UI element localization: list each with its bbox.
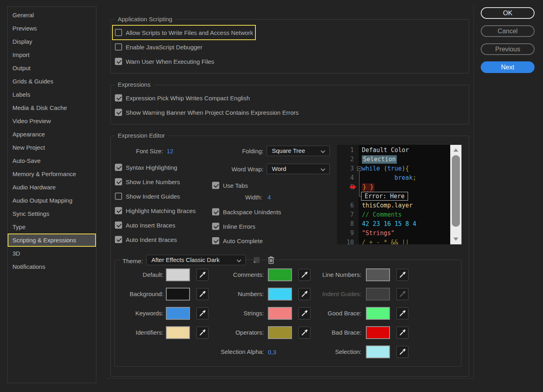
sidebar-item-general[interactable]: General xyxy=(8,8,96,22)
sidebar-item-audio-hardware[interactable]: Audio Hardware xyxy=(8,181,96,194)
show-warning-banner-when-project-contains-expression-errors-checkbox[interactable] xyxy=(115,109,122,116)
code-line: 6thisComp.layer xyxy=(337,201,461,210)
sidebar-item-appearance[interactable]: Appearance xyxy=(8,128,96,141)
code-token: Selection xyxy=(362,155,397,164)
sidebar-item-audio-output-mapping[interactable]: Audio Output Mapping xyxy=(8,194,96,207)
next-button[interactable]: Next xyxy=(481,61,535,73)
code-line: 2Selection xyxy=(337,155,461,164)
sidebar-item-notifications[interactable]: Notifications xyxy=(8,260,96,273)
cancel-button[interactable]: Cancel xyxy=(481,25,535,37)
word-wrap-dropdown[interactable]: Word xyxy=(267,164,330,174)
previous-button[interactable]: Previous xyxy=(481,43,535,55)
highlight-matching-braces-row: Highlight Matching Braces xyxy=(115,206,196,215)
sidebar-item-type[interactable]: Type xyxy=(8,220,96,234)
sidebar-item-labels[interactable]: Labels xyxy=(8,88,96,101)
selection-swatch[interactable] xyxy=(366,345,390,358)
use-tabs-label: Use Tabs xyxy=(223,182,248,189)
code-line: 9"Strings" xyxy=(337,229,461,238)
scroll-down-icon[interactable] xyxy=(453,238,458,241)
sidebar-item-import[interactable]: Import xyxy=(8,48,96,61)
line-number: 10 xyxy=(337,238,354,244)
sidebar-item-scripting-expressions[interactable]: Scripting & Expressions xyxy=(8,234,96,247)
enable-javascript-debugger-label: Enable JavaScript Debugger xyxy=(126,44,202,51)
sidebar-item-grids-guides[interactable]: Grids & Guides xyxy=(8,75,96,88)
show-line-numbers-checkbox[interactable] xyxy=(115,178,122,185)
code-token: 42 23 16 15 8 4 xyxy=(362,220,416,227)
backspace-unindents-checkbox[interactable] xyxy=(212,208,219,215)
expression-pick-whip-writes-compact-english-checkbox[interactable] xyxy=(115,94,122,102)
line-number: 1 xyxy=(337,146,354,155)
fold-marker-icon[interactable] xyxy=(357,167,361,171)
code-scrollbar[interactable] xyxy=(450,145,461,244)
sidebar-item-media-disk-cache[interactable]: Media & Disk Cache xyxy=(8,101,96,114)
good-brace-eyedropper-icon[interactable] xyxy=(396,307,408,319)
code-line: 4 break; xyxy=(337,173,461,183)
sidebar-item-3d[interactable]: 3D xyxy=(8,247,96,260)
line-numbers-swatch[interactable] xyxy=(366,268,390,281)
auto-complete-checkbox[interactable] xyxy=(212,237,219,244)
code-line: 7// Comments xyxy=(337,210,461,219)
syntax-highlighting-checkbox[interactable] xyxy=(115,164,122,171)
code-text: thisComp.layer xyxy=(362,201,412,210)
default-swatch[interactable] xyxy=(166,268,190,281)
line-number: 3 xyxy=(337,164,354,173)
keywords-swatch[interactable] xyxy=(166,307,190,320)
enable-javascript-debugger-checkbox[interactable] xyxy=(115,43,122,51)
sidebar-item-sync-settings[interactable]: Sync Settings xyxy=(8,207,96,220)
sidebar-item-new-project[interactable]: New Project xyxy=(8,141,96,154)
good-brace-swatch[interactable] xyxy=(366,307,390,320)
bad-brace-swatch[interactable] xyxy=(366,326,390,339)
use-tabs-checkbox[interactable] xyxy=(212,182,219,189)
show-indent-guides-label: Show Indent Guides xyxy=(126,193,180,200)
bad-brace-eyedropper-icon[interactable] xyxy=(396,327,408,339)
sidebar-item-display[interactable]: Display xyxy=(8,35,96,48)
ok-button[interactable]: OK xyxy=(481,7,535,19)
auto-insert-braces-label: Auto Insert Braces xyxy=(126,222,175,229)
comments-label: Comments: xyxy=(187,268,264,281)
allow-scripts-to-write-files-and-access-network-checkbox[interactable] xyxy=(115,29,122,36)
sidebar-item-output[interactable]: Output xyxy=(8,61,96,75)
scrollbar-thumb[interactable] xyxy=(452,155,460,227)
show-indent-guides-checkbox[interactable] xyxy=(115,193,122,200)
line-number: 6 xyxy=(337,201,354,210)
inline-errors-checkbox[interactable] xyxy=(212,223,219,230)
identifiers-label: Identifiers: xyxy=(115,326,163,339)
identifiers-swatch[interactable] xyxy=(166,326,190,339)
line-numbers-eyedropper-icon[interactable] xyxy=(396,269,408,281)
delete-theme-icon[interactable] xyxy=(266,256,276,265)
auto-insert-braces-row: Auto Insert Braces xyxy=(115,220,175,230)
auto-indent-braces-checkbox[interactable] xyxy=(115,236,122,243)
scroll-up-icon[interactable] xyxy=(453,148,458,152)
auto-insert-braces-checkbox[interactable] xyxy=(115,221,122,229)
selection-alpha-value[interactable]: 0,3 xyxy=(268,349,276,355)
show-warning-banner-when-project-contains-expression-errors-row: Show Warning Banner When Project Contain… xyxy=(115,108,298,117)
highlight-matching-braces-checkbox[interactable] xyxy=(115,207,122,214)
theme-dropdown[interactable]: After Effects Classic Dark xyxy=(146,255,246,265)
auto-indent-braces-row: Auto Indent Braces xyxy=(115,235,177,244)
tab-width-value[interactable]: 4 xyxy=(267,194,271,201)
allow-scripts-to-write-files-and-access-network-row: Allow Scripts to Write Files and Access … xyxy=(115,28,253,37)
editor-left-checkboxes: Syntax HighlightingShow Line NumbersShow… xyxy=(115,162,196,249)
background-swatch[interactable] xyxy=(166,288,190,301)
line-number: 2 xyxy=(337,155,354,164)
duplicate-theme-icon[interactable] xyxy=(252,256,261,265)
warn-user-when-executing-files-checkbox[interactable] xyxy=(115,58,122,65)
inline-errors-label: Inline Errors xyxy=(223,223,255,230)
auto-indent-braces-label: Auto Indent Braces xyxy=(126,236,177,243)
sidebar-item-video-preview[interactable]: Video Preview xyxy=(8,114,96,128)
code-token: / + - * && || xyxy=(362,239,409,244)
sidebar-item-memory-performance[interactable]: Memory & Performance xyxy=(8,167,96,181)
font-size-value[interactable]: 12 xyxy=(167,148,174,154)
inline-error-box: Error: Here xyxy=(361,192,408,201)
code-token: ){ xyxy=(402,165,409,172)
selection-eyedropper-icon[interactable] xyxy=(396,346,408,358)
bad-brace-label: Bad Brace: xyxy=(288,326,361,339)
sidebar-item-previews[interactable]: Previews xyxy=(8,22,96,35)
use-tabs-row: Use Tabs xyxy=(212,181,248,190)
sidebar-item-auto-save[interactable]: Auto-Save xyxy=(8,154,96,167)
folding-dropdown[interactable]: Square Tree xyxy=(267,146,330,156)
theme-dropdown-value: After Effects Classic Dark xyxy=(151,256,220,263)
use-tabs-checkbox-holder: Use Tabs xyxy=(212,181,248,195)
color-settings-row: Default:Comments:Line Numbers: xyxy=(115,268,461,283)
default-label: Default: xyxy=(115,268,163,281)
